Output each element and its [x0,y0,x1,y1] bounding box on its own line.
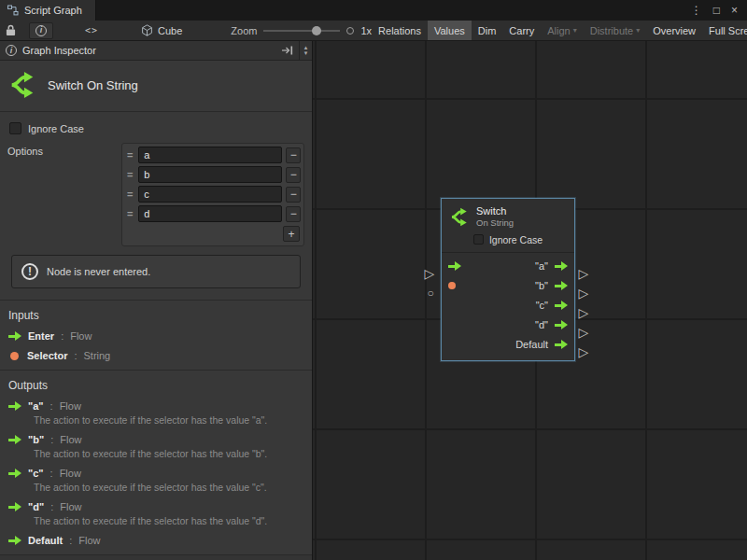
flow-output-connector-icon[interactable]: ▷ [579,287,589,300]
script-graph-icon [7,5,19,16]
zoom-slider-knob[interactable] [312,26,321,35]
warning-icon: ! [21,263,38,280]
flow-port-icon [8,469,21,478]
dim-button[interactable]: Dim [472,21,503,40]
node-subtitle: On String [476,217,514,228]
flow-input-port[interactable] [448,261,461,271]
distribute-button[interactable]: Distribute ▾ [584,21,646,40]
flow-port-icon [8,536,21,545]
lock-icon [6,24,16,36]
node-ports: "a" "b" "c" "d" Default [442,252,574,360]
flow-output-connector-icon[interactable]: ▷ [579,326,589,339]
align-button[interactable]: Align ▾ [541,21,583,40]
values-button[interactable]: Values [428,21,472,40]
zoom-indicator-icon [346,27,354,35]
ignore-case-checkbox[interactable] [473,234,484,245]
switch-icon [450,207,470,227]
flow-output-connector-icon[interactable]: ▷ [579,267,589,280]
zoom-slider[interactable] [263,24,340,37]
ignore-case-label: Ignore Case [489,234,543,245]
option-row: = − [125,147,301,163]
drag-handle-icon[interactable]: = [125,169,134,180]
flow-output-connector-icon[interactable]: ▷ [579,345,589,358]
button-label: Full Screen [709,25,747,36]
ignore-case-checkbox[interactable] [9,122,21,134]
flow-output-port[interactable] [555,301,568,310]
fullscreen-button[interactable]: Full Screen [702,21,747,40]
input-port-enter: Enter : Flow [8,330,303,342]
options-list: = − = − = − = − [121,143,304,246]
relations-button[interactable]: Relations [372,21,428,40]
remove-option-button[interactable]: − [286,187,301,203]
flow-input-connector-icon[interactable]: ▷ [425,267,435,280]
window-close-icon[interactable]: × [731,5,738,16]
flow-output-port[interactable] [555,320,568,329]
option-row: = − [125,186,301,203]
chevron-down-icon: ▾ [573,26,577,35]
value-input-connector-icon[interactable]: ○ [427,287,433,299]
tab-script-graph[interactable]: Script Graph [0,0,96,21]
dock-panel-button[interactable] [275,46,299,55]
graph-toolbar: i <> Cube Zoom 1x Relations Values Dim C… [0,21,747,41]
output-port-b: "b" : Flow [8,434,303,445]
graph-canvas[interactable]: Switch On String Ignore Case "a" "b" "c" [313,41,747,560]
drag-handle-icon[interactable]: = [125,208,134,219]
flow-output-port[interactable] [555,281,568,290]
code-icon: <> [85,25,98,35]
switch-on-string-node[interactable]: Switch On String Ignore Case "a" "b" "c" [441,198,575,361]
button-label: Carry [509,25,534,36]
code-view-button[interactable]: <> [79,21,104,41]
target-selector[interactable]: Cube [141,24,182,36]
type-separator: : [74,350,77,361]
zoom-label: Zoom [231,25,257,36]
type-separator: : [50,434,53,445]
scroll-down-icon[interactable]: ▾ [304,50,308,56]
button-label: Overview [653,25,696,36]
option-input[interactable] [138,186,282,203]
remove-option-button[interactable]: − [286,167,301,183]
carry-button[interactable]: Carry [502,21,541,40]
node-port-row: "d" [442,315,574,335]
ignore-case-label: Ignore Case [28,123,84,134]
selector-input-port[interactable] [448,282,456,289]
type-separator: : [61,330,63,342]
output-port-default: Default : Flow [8,535,303,546]
port-label: "b" [535,280,548,291]
inputs-header: Inputs [8,309,303,322]
drag-handle-icon[interactable]: = [125,149,134,161]
option-input[interactable] [138,147,282,163]
inspector-header: i Graph Inspector ▴ ▾ [0,41,312,61]
add-option-button[interactable]: + [283,226,300,242]
flow-port-icon [8,331,21,341]
option-input[interactable] [138,166,282,183]
port-type: Flow [60,468,81,479]
flow-output-port[interactable] [555,261,568,271]
panel-scroll-buttons[interactable]: ▴ ▾ [299,41,312,60]
port-description: The action to execute if the selector ha… [34,515,303,526]
button-label: Values [434,25,465,36]
zoom-slider-track[interactable] [263,30,340,32]
flow-output-port[interactable] [555,340,568,349]
flow-output-connector-icon[interactable]: ▷ [579,306,589,319]
overview-button[interactable]: Overview [646,21,702,40]
option-input[interactable] [138,205,282,222]
drag-handle-icon[interactable]: = [125,189,134,200]
port-description: The action to execute if the selector ha… [34,414,303,426]
flow-port-icon [8,502,21,511]
window-menu-icon[interactable]: ⋮ [691,5,702,16]
dock-icon [281,46,293,55]
remove-option-button[interactable]: − [286,206,301,222]
info-icon: i [35,25,47,36]
window-maximize-icon[interactable]: □ [713,5,720,16]
node-title: Switch [476,205,514,217]
port-type: Flow [60,434,81,445]
panel-footer [0,554,312,560]
remove-option-button[interactable]: − [286,147,301,163]
inspector-toggle-button[interactable]: i [29,22,53,39]
port-name: "a" [28,400,44,412]
inputs-section: Inputs Enter : Flow Selector : String [0,300,312,370]
tab-label: Script Graph [24,5,82,16]
node-port-row: "a" [442,257,574,276]
port-name: "d" [28,501,44,512]
lock-button[interactable] [0,21,21,41]
